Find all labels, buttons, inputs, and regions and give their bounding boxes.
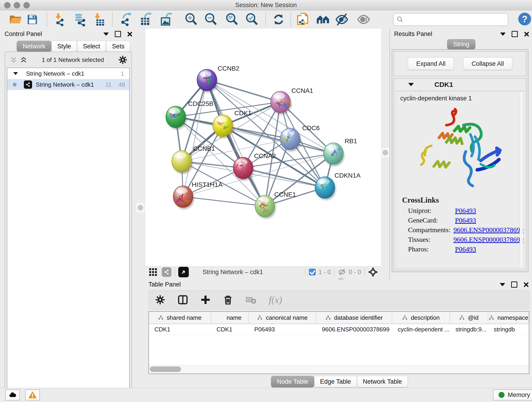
column-header[interactable]: canonical name xyxy=(249,312,317,324)
zoom-out-button[interactable] xyxy=(203,12,218,27)
network-collection-row[interactable]: String Network – cdk1 1 xyxy=(7,68,129,79)
network-edge[interactable] xyxy=(183,197,265,206)
network-type-icon xyxy=(24,80,32,89)
tab-node-table[interactable]: Node Table xyxy=(271,376,314,387)
tab-network[interactable]: Network xyxy=(17,41,51,52)
left-splitter[interactable] xyxy=(136,29,145,388)
right-splitter-handle[interactable] xyxy=(381,147,390,158)
network-view-share-icon[interactable] xyxy=(162,267,171,277)
table-panel-title: Table Panel xyxy=(148,281,181,288)
table-row[interactable]: CDK1 CDK1 P06493 9606.ENSP00000378699 cy… xyxy=(149,324,529,335)
show-columns-icon[interactable] xyxy=(177,294,188,305)
network-node-CDC6[interactable]: CDC6 xyxy=(280,124,320,152)
expand-all-networks-icon[interactable] xyxy=(20,56,27,64)
table-cell: stringdb:9... xyxy=(450,324,488,335)
network-node-HIST1H1A[interactable]: HIST1H1A xyxy=(173,181,222,209)
hidden-eye-slash-icon[interactable] xyxy=(338,268,346,276)
create-column-plus-icon[interactable] xyxy=(201,295,210,305)
column-header[interactable]: database identifier xyxy=(317,312,392,324)
network-options-gear-icon[interactable] xyxy=(118,55,127,64)
table-horizontal-scrollbar[interactable] xyxy=(149,365,529,374)
panel-menu-icon[interactable] xyxy=(500,283,505,286)
crosslink-link[interactable]: P06493 xyxy=(455,245,476,253)
left-splitter-handle[interactable] xyxy=(136,202,145,213)
import-network-from-database-button[interactable] xyxy=(72,12,87,27)
zoom-fit-button[interactable] xyxy=(225,12,239,27)
crosslink-link[interactable]: 9606.ENSP00000378699 xyxy=(453,236,524,243)
column-header[interactable]: name xyxy=(211,312,249,324)
network-node-CCNB1[interactable]: CCNB1 xyxy=(172,145,215,174)
refresh-network-button[interactable] xyxy=(271,12,286,27)
application-window: Session: New Session xyxy=(0,0,532,402)
network-view-canvas[interactable]: CCNB2CCNA1CDC25BCDK1CDC6RB1CCNB1CCNA2HIS… xyxy=(145,29,382,266)
import-table-button[interactable] xyxy=(91,12,106,27)
network-node-RB1[interactable]: RB1 xyxy=(323,138,357,166)
grid-view-icon[interactable] xyxy=(148,268,158,277)
export-network-button[interactable] xyxy=(118,12,133,27)
crosslink-link[interactable]: P06493 xyxy=(455,207,476,215)
network-current-dot-icon xyxy=(13,83,17,86)
scrollbar-thumb[interactable] xyxy=(150,366,181,372)
panel-float-icon[interactable] xyxy=(115,31,121,37)
column-header[interactable]: namespace xyxy=(488,312,529,324)
network-node-CCNA1[interactable]: CCNA1 xyxy=(271,87,313,115)
column-header[interactable]: @id xyxy=(450,312,488,324)
control-panel-tabs: Network Style Select Sets xyxy=(17,41,130,52)
title-bar: Session: New Session xyxy=(0,0,532,10)
panel-close-icon[interactable] xyxy=(524,32,529,37)
delete-column-trash-icon[interactable] xyxy=(223,295,233,305)
crosslink-row: GeneCard: P06493 xyxy=(408,216,524,224)
crosslink-link[interactable]: P06493 xyxy=(455,216,476,224)
export-table-button[interactable] xyxy=(139,12,153,27)
panel-close-icon[interactable] xyxy=(523,282,529,287)
table-cell: CDK1 xyxy=(149,324,211,335)
collapse-all-networks-icon[interactable] xyxy=(10,56,17,64)
zoom-selected-button[interactable] xyxy=(244,12,259,27)
collapse-all-button[interactable]: Collapse All xyxy=(463,57,512,70)
network-row[interactable]: String Network – cdk1 11 48 xyxy=(7,79,129,90)
selected-checkbox-icon[interactable] xyxy=(309,269,316,275)
save-icon xyxy=(26,13,38,26)
collection-expand-icon[interactable] xyxy=(13,72,18,75)
network-node-CDKN1A[interactable]: CDKN1A xyxy=(315,172,361,200)
pan-crosshair-icon[interactable] xyxy=(368,267,378,277)
export-image-button[interactable] xyxy=(159,12,174,27)
tab-select[interactable]: Select xyxy=(77,41,106,52)
panel-float-icon[interactable] xyxy=(511,281,517,288)
open-session-button[interactable] xyxy=(8,12,23,27)
help-button[interactable]: ? xyxy=(518,13,531,26)
panel-float-icon[interactable] xyxy=(512,31,518,37)
zoom-selected-icon xyxy=(245,13,259,26)
panel-close-icon[interactable] xyxy=(127,32,133,37)
gene-section-header[interactable]: CDK1 xyxy=(394,79,526,91)
search-input[interactable] xyxy=(405,14,505,24)
show-all-button[interactable] xyxy=(356,12,371,27)
cloud-status-button[interactable] xyxy=(5,389,20,400)
tab-style[interactable]: Style xyxy=(51,41,77,52)
column-header[interactable]: shared name xyxy=(149,312,211,324)
tab-edge-table[interactable]: Edge Table xyxy=(314,376,357,387)
results-scrollbar[interactable] xyxy=(520,92,523,267)
network-edge[interactable] xyxy=(207,80,280,102)
panel-menu-icon[interactable] xyxy=(103,32,109,36)
first-neighbors-button[interactable] xyxy=(316,12,330,27)
column-header[interactable]: description xyxy=(392,312,450,324)
panel-menu-icon[interactable] xyxy=(500,32,506,36)
crosslink-label: Pharos: xyxy=(408,245,455,253)
copy-network-button[interactable] xyxy=(295,12,310,27)
tab-sets[interactable]: Sets xyxy=(106,41,130,52)
crosslink-link[interactable]: 9606.ENSP00000378699 xyxy=(453,226,524,234)
tab-network-table[interactable]: Network Table xyxy=(357,376,408,387)
zoom-in-button[interactable] xyxy=(184,12,198,27)
hide-selected-button[interactable] xyxy=(335,12,349,27)
warning-status-button[interactable] xyxy=(25,389,40,400)
tab-string[interactable]: String xyxy=(447,39,475,49)
memory-button[interactable]: Memory xyxy=(493,389,532,400)
save-session-button[interactable] xyxy=(25,12,40,27)
network-node-CCNE1[interactable]: CCNE1 xyxy=(255,191,296,219)
section-collapse-icon[interactable] xyxy=(408,83,414,86)
expand-all-button[interactable]: Expand All xyxy=(408,57,454,70)
birds-eye-view-icon[interactable] xyxy=(178,267,189,277)
import-network-button[interactable] xyxy=(52,12,67,27)
table-options-gear-icon[interactable] xyxy=(155,295,165,305)
